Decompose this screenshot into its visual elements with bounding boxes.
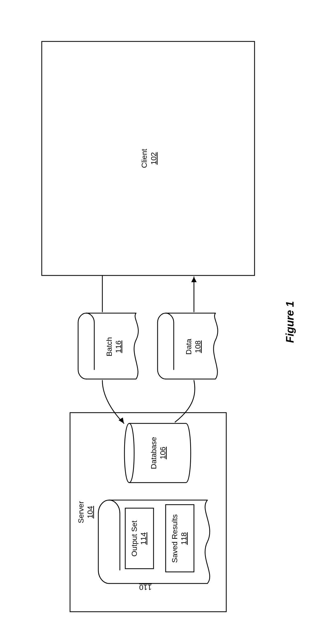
saved-results-ref: 118 xyxy=(180,532,188,545)
client-ref: 102 xyxy=(149,152,158,165)
server-label: Server xyxy=(77,501,85,523)
database-label: Database xyxy=(149,437,158,469)
figure-label: Figure 1 xyxy=(284,301,296,343)
batch-ref: 116 xyxy=(114,341,123,353)
data-label: Data xyxy=(185,339,193,355)
client-label: Client xyxy=(140,149,148,168)
saved-results-label: Saved Results xyxy=(171,514,179,563)
server-scroll xyxy=(98,500,210,583)
scroll-ref: 110 xyxy=(139,583,152,592)
data-ref: 108 xyxy=(194,341,202,353)
server-ref: 104 xyxy=(86,506,94,519)
database-ref: 106 xyxy=(159,447,167,459)
output-set-ref: 114 xyxy=(139,532,148,545)
batch-label: Batch xyxy=(105,337,113,356)
output-set-label: Output Set xyxy=(130,521,138,557)
